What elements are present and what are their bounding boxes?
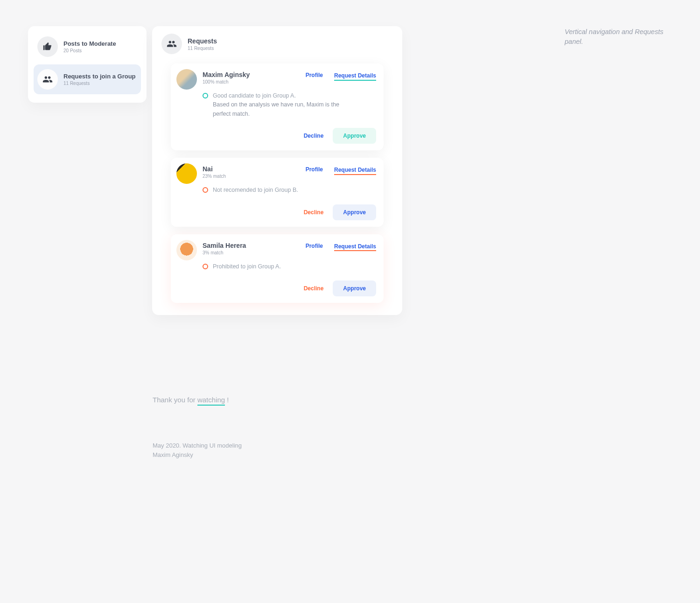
status-circle-icon [203,187,208,193]
nav-item-title: Posts to Moderate [63,40,116,47]
status-circle-icon [203,264,208,269]
credit-line: Maxim Aginsky [153,450,242,460]
note-headline: Not recomended to join Group B. [213,186,298,195]
match-percent: 3% match [203,250,300,255]
person-name: Maxim Aginsky [203,71,300,78]
person-name: Nai [203,165,300,173]
status-circle-icon [203,93,208,98]
thank-pre: Thank you for [153,396,197,404]
nav-item-requests[interactable]: Requests to join a Group 11 Requests [34,64,141,94]
avatar [176,240,197,260]
note-body: Based on the analysis we have run, Maxim… [213,100,343,119]
profile-link[interactable]: Profile [306,243,323,249]
request-card: Maxim Aginsky 100% match Profile Request… [171,63,384,150]
page-annotation: Vertical navigation and Requests panel. [565,27,672,47]
approve-button[interactable]: Approve [333,204,376,220]
request-details-link[interactable]: Request Details [334,243,376,252]
decline-button[interactable]: Decline [301,280,327,296]
thank-you-line: Thank you for watching ! [153,396,242,404]
credit-line: May 2020. Watching UI modeling [153,441,242,450]
note-headline: Prohibited to join Group A. [213,262,281,271]
match-percent: 23% match [203,174,300,179]
request-card: Nai 23% match Profile Request Details No… [171,158,384,226]
decline-button[interactable]: Decline [301,204,327,220]
profile-link[interactable]: Profile [306,166,323,173]
thank-highlight: watching [197,396,225,406]
thumbs-icon [37,36,58,57]
avatar [176,163,197,184]
request-card: Samila Herera 3% match Profile Request D… [171,234,384,303]
request-details-link[interactable]: Request Details [334,72,376,81]
profile-link[interactable]: Profile [306,72,323,78]
match-percent: 100% match [203,79,300,84]
panel-title: Requests [188,37,217,45]
note-headline: Good candidate to join Group A. [213,91,343,100]
nav-item-sub: 20 Posts [63,48,116,53]
avatar [176,69,197,90]
sidebar-nav: Posts to Moderate 20 Posts Requests to j… [28,26,147,103]
thank-post: ! [225,396,229,404]
nav-item-sub: 11 Requests [63,81,136,86]
people-icon [161,34,182,54]
nav-item-title: Requests to join a Group [63,73,136,80]
approve-button[interactable]: Approve [333,280,376,296]
person-name: Samila Herera [203,242,300,249]
approve-button[interactable]: Approve [333,128,376,144]
people-icon [37,69,58,90]
requests-panel: Requests 11 Requests Maxim Aginsky 100% … [152,26,402,315]
panel-sub: 11 Requests [188,46,217,51]
decline-button[interactable]: Decline [301,128,327,144]
footer: Thank you for watching ! May 2020. Watch… [153,396,242,459]
request-details-link[interactable]: Request Details [334,166,376,175]
panel-header: Requests 11 Requests [160,34,395,63]
nav-item-posts[interactable]: Posts to Moderate 20 Posts [34,32,141,62]
